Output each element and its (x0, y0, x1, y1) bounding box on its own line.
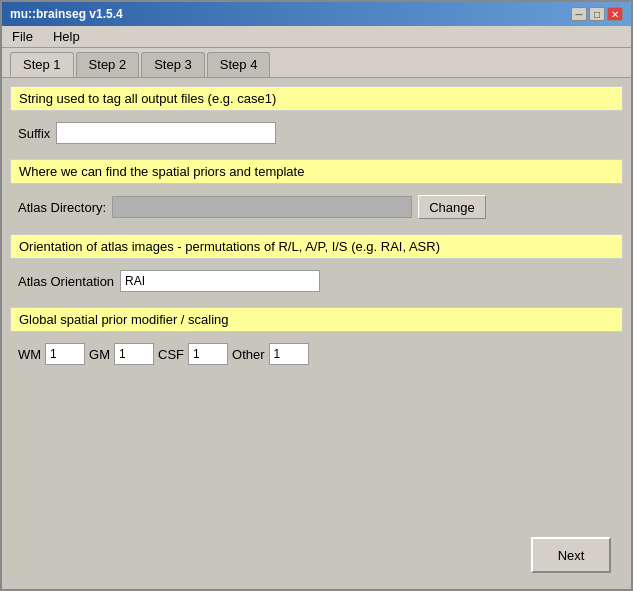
help-menu[interactable]: Help (47, 28, 86, 45)
change-button[interactable]: Change (418, 195, 486, 219)
window-title: mu::brainseg v1.5.4 (10, 7, 123, 21)
atlas-dir-section: Where we can find the spatial priors and… (10, 159, 623, 226)
gm-label: GM (89, 347, 110, 362)
bottom-bar: Next (10, 529, 623, 581)
other-label: Other (232, 347, 265, 362)
content-area: String used to tag all output files (e.g… (2, 77, 631, 589)
file-menu[interactable]: File (6, 28, 39, 45)
menu-bar: File Help (2, 26, 631, 48)
atlas-dir-header: Where we can find the spatial priors and… (10, 159, 623, 184)
atlas-orient-row: Atlas Orientation (18, 267, 615, 295)
wm-input[interactable] (45, 343, 85, 365)
tab-step2[interactable]: Step 2 (76, 52, 140, 77)
main-window: mu::brainseg v1.5.4 ─ □ ✕ File Help Step… (0, 0, 633, 591)
atlas-orient-header: Orientation of atlas images - permutatio… (10, 234, 623, 259)
suffix-input[interactable] (56, 122, 276, 144)
gm-input[interactable] (114, 343, 154, 365)
suffix-header: String used to tag all output files (e.g… (10, 86, 623, 111)
atlas-orient-input[interactable] (120, 270, 320, 292)
tabs-bar: Step 1 Step 2 Step 3 Step 4 (2, 48, 631, 77)
suffix-body: Suffix (10, 115, 623, 151)
suffix-label: Suffix (18, 126, 50, 141)
spacer (10, 380, 623, 529)
tab-step3[interactable]: Step 3 (141, 52, 205, 77)
minimize-button[interactable]: ─ (571, 7, 587, 21)
atlas-orient-section: Orientation of atlas images - permutatio… (10, 234, 623, 299)
spatial-prior-header: Global spatial prior modifier / scaling (10, 307, 623, 332)
csf-label: CSF (158, 347, 184, 362)
csf-input[interactable] (188, 343, 228, 365)
atlas-orient-label: Atlas Orientation (18, 274, 114, 289)
suffix-row: Suffix (18, 119, 615, 147)
title-bar-controls: ─ □ ✕ (571, 7, 623, 21)
atlas-dir-label: Atlas Directory: (18, 200, 106, 215)
suffix-section: String used to tag all output files (e.g… (10, 86, 623, 151)
tab-step4[interactable]: Step 4 (207, 52, 271, 77)
prior-values-row: WM GM CSF Other (18, 340, 615, 368)
tab-step1[interactable]: Step 1 (10, 52, 74, 77)
atlas-orient-body: Atlas Orientation (10, 263, 623, 299)
atlas-dir-input[interactable] (112, 196, 412, 218)
next-button[interactable]: Next (531, 537, 611, 573)
maximize-button[interactable]: □ (589, 7, 605, 21)
atlas-dir-row: Atlas Directory: Change (18, 192, 615, 222)
other-input[interactable] (269, 343, 309, 365)
close-button[interactable]: ✕ (607, 7, 623, 21)
atlas-dir-body: Atlas Directory: Change (10, 188, 623, 226)
title-bar: mu::brainseg v1.5.4 ─ □ ✕ (2, 2, 631, 26)
wm-label: WM (18, 347, 41, 362)
spatial-prior-section: Global spatial prior modifier / scaling … (10, 307, 623, 372)
spatial-prior-body: WM GM CSF Other (10, 336, 623, 372)
